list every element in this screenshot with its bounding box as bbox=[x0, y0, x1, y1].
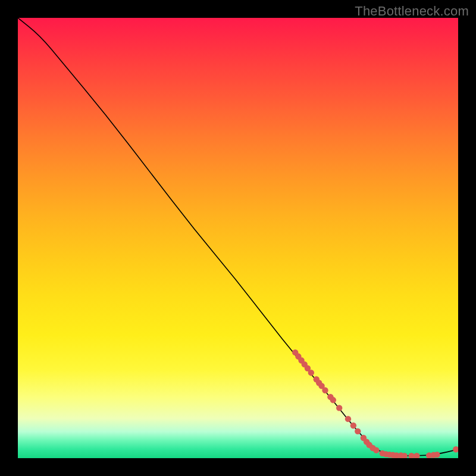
data-marker bbox=[402, 453, 408, 458]
data-marker bbox=[366, 442, 372, 448]
data-marker bbox=[453, 446, 458, 452]
data-marker bbox=[308, 369, 314, 375]
data-marker bbox=[434, 452, 440, 458]
data-marker bbox=[390, 452, 396, 458]
watermark-text: TheBottleneck.com bbox=[355, 4, 469, 19]
data-marker bbox=[330, 397, 336, 403]
data-marker bbox=[414, 453, 419, 458]
data-marker bbox=[383, 451, 389, 457]
data-marker bbox=[322, 387, 328, 393]
data-marker bbox=[314, 376, 320, 382]
data-marker bbox=[426, 452, 432, 458]
data-marker bbox=[318, 383, 324, 389]
data-marker bbox=[361, 435, 367, 441]
data-marker bbox=[355, 428, 361, 434]
chart-plot-area bbox=[18, 18, 458, 458]
data-markers bbox=[292, 349, 458, 458]
data-marker bbox=[298, 358, 304, 364]
data-marker bbox=[345, 416, 351, 422]
chart-svg bbox=[18, 18, 458, 458]
data-marker bbox=[327, 394, 333, 400]
data-marker bbox=[292, 349, 298, 355]
data-marker bbox=[316, 380, 322, 386]
bottleneck-curve bbox=[18, 18, 458, 456]
data-marker bbox=[350, 422, 356, 428]
data-marker bbox=[398, 452, 404, 458]
data-marker bbox=[408, 453, 414, 458]
data-marker bbox=[430, 452, 436, 458]
data-marker bbox=[302, 361, 308, 367]
data-marker bbox=[364, 439, 369, 444]
data-marker bbox=[369, 445, 375, 451]
data-marker bbox=[373, 447, 379, 453]
data-marker bbox=[295, 353, 301, 359]
chart-frame: TheBottleneck.com bbox=[0, 0, 476, 476]
data-marker bbox=[386, 452, 392, 458]
data-marker bbox=[380, 450, 386, 456]
data-marker bbox=[336, 405, 342, 411]
data-marker bbox=[305, 365, 311, 371]
data-marker bbox=[393, 452, 399, 458]
